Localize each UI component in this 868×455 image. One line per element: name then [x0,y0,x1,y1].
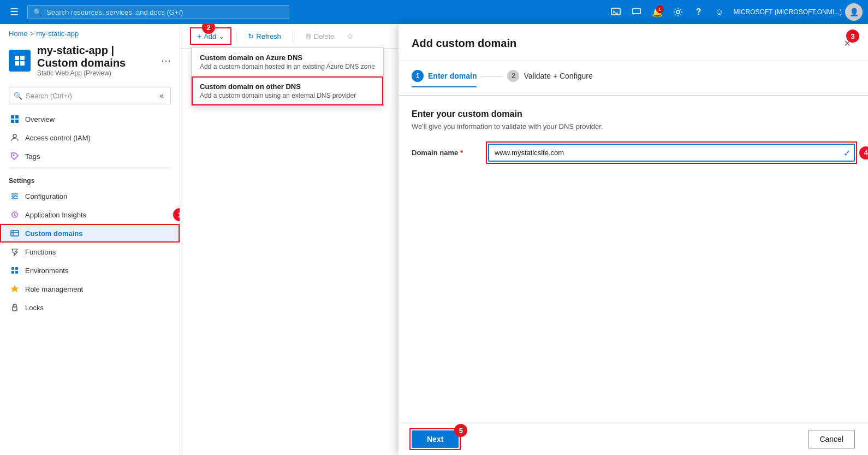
refresh-icon: ↻ [248,32,254,40]
delete-button[interactable]: 🗑 Delete [299,29,341,44]
resource-info: my-static-app | Custom domains Static We… [37,44,154,77]
sidebar-search: 🔍 « [9,87,171,104]
user-avatar[interactable]: 👤 [845,3,863,21]
sidebar-search-input[interactable] [26,92,154,100]
svg-rect-8 [15,115,19,119]
svg-rect-10 [15,120,19,123]
sidebar-item-tags[interactable]: Tags [0,147,180,166]
dropdown-item-desc: Add a custom domain hosted in an existin… [200,63,375,70]
breadcrumb: Home > my-static-app [0,24,180,40]
svg-point-11 [13,134,16,138]
sidebar-item-locks[interactable]: Locks [0,298,180,317]
dropdown-item-title: Custom domain on other DNS [200,82,375,91]
svg-rect-9 [11,120,14,123]
sidebar-item-label: Custom domains [25,229,82,238]
dropdown-item-azure-dns[interactable]: Custom domain on Azure DNS Add a custom … [192,48,383,76]
svg-rect-20 [11,231,19,236]
insights-icon [10,210,20,220]
domain-name-row: Domain name * 4 ✓ [412,144,855,162]
sidebar-item-label: Locks [25,304,44,312]
sidebar-item-label: Environments [25,267,68,275]
svg-point-2 [676,10,680,14]
breadcrumb-home[interactable]: Home [9,29,28,38]
panel-section-desc: We'll give you information to validate w… [412,122,855,131]
wizard-separator [481,76,503,76]
sidebar-item-role-management[interactable]: Role management [0,280,180,298]
settings-icon[interactable] [669,3,687,21]
sidebar-item-application-insights[interactable]: Application Insights [0,205,180,224]
sidebar-item-iam[interactable]: Access control (IAM) [0,128,180,147]
sidebar-item-environments[interactable]: Environments [0,261,180,280]
add-custom-domain-panel: Add custom domain × 1 Enter domain 2 Val… [399,24,868,455]
svg-rect-7 [11,115,14,119]
notification-badge: 1 [656,5,664,13]
domains-icon [10,228,20,238]
sidebar-item-overview[interactable]: Overview [0,110,180,128]
delete-label: Delete [314,32,335,40]
resource-header: my-static-app | Custom domains Static We… [0,40,180,84]
help-icon[interactable]: ? [690,3,708,21]
sidebar-item-label: Application Insights [25,211,86,219]
svg-rect-4 [20,56,25,60]
sidebar-item-label: Access control (IAM) [25,134,91,142]
wizard-step-1[interactable]: 1 Enter domain [412,70,477,87]
panel-footer: 5 Next Cancel [399,423,868,455]
next-button[interactable]: Next [412,430,459,448]
sidebar: Home > my-static-app my-static-app | Cus… [0,24,180,455]
svg-marker-27 [11,286,18,292]
breadcrumb-current[interactable]: my-static-app [36,29,79,38]
notifications-icon[interactable]: 🔔 1 [649,3,666,21]
refresh-button[interactable]: ↻ Refresh [242,29,287,44]
toolbar-separator [236,31,236,42]
resource-more-button[interactable]: ⋯ [161,55,171,67]
tags-icon [10,151,20,161]
hamburger-menu[interactable]: ☰ [5,4,23,20]
annotation-3: 3 [846,29,859,43]
dropdown-item-other-dns[interactable]: Custom domain on other DNS Add a custom … [192,76,383,105]
search-icon: 🔍 [33,8,42,16]
locks-icon [10,303,20,312]
svg-rect-3 [15,56,19,60]
svg-point-17 [15,196,16,197]
favorite-icon[interactable]: ☆ [347,32,354,40]
svg-rect-5 [15,61,19,66]
dropdown-item-title: Custom domain on Azure DNS [200,54,375,62]
nav-divider [9,168,171,168]
toolbar-separator-2 [293,31,293,42]
panel-header: Add custom domain × [399,24,868,61]
terminal-icon[interactable] [607,3,625,21]
resource-icon [9,50,31,72]
global-search-input[interactable] [46,8,283,16]
smiley-icon[interactable]: ☺ [711,3,728,21]
global-search-bar: 🔍 [27,5,289,19]
sidebar-item-label: Functions [25,248,56,256]
sidebar-item-custom-domains[interactable]: Custom domains [0,224,180,243]
feedback-icon[interactable] [628,3,645,21]
config-icon [10,191,20,201]
sidebar-search-icon: 🔍 [14,92,22,100]
environments-icon [10,265,20,275]
domain-name-input[interactable] [488,144,855,162]
collapse-button[interactable]: « [157,90,166,101]
domain-input-wrap: 4 ✓ [488,144,855,162]
nav-icons: 🔔 1 ? ☺ MICROSOFT (MICROSOFT.ONMI...) 👤 [607,3,863,21]
svg-rect-24 [15,267,18,270]
panel-section-title: Enter your custom domain [412,109,855,119]
sidebar-item-functions[interactable]: Functions [0,243,180,261]
user-label[interactable]: MICROSOFT (MICROSOFT.ONMI...) [734,8,842,16]
wizard-step-2[interactable]: 2 Validate + Configure [507,70,592,86]
chevron-down-icon: ⌄ [218,32,224,40]
functions-icon [10,247,20,257]
cancel-button[interactable]: Cancel [808,430,855,448]
annotation-4: 4 [859,146,868,159]
required-marker: * [460,149,463,157]
sidebar-item-label: Overview [25,115,55,123]
refresh-label: Refresh [256,32,281,40]
roles-icon [10,284,20,294]
svg-rect-28 [13,307,17,311]
sidebar-item-configuration[interactable]: Configuration [0,187,180,205]
top-navigation: ☰ 🔍 🔔 1 ? ☺ MICROSOFT (MICROSOFT.ONMI...… [0,0,868,24]
delete-icon: 🗑 [305,32,312,40]
svg-rect-6 [20,61,25,66]
resource-subtitle: Static Web App (Preview) [37,69,154,77]
